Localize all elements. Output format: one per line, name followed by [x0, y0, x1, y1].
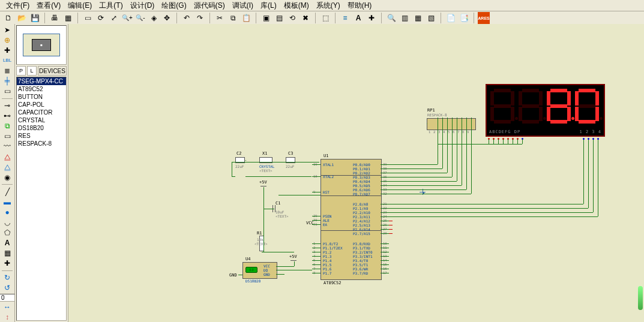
library-button[interactable]: L	[27, 66, 37, 76]
wire-label-icon[interactable]: LBL	[1, 56, 14, 65]
rotate-ccw-icon[interactable]: ↺	[1, 284, 14, 293]
zoom-fit-icon[interactable]: ⤢	[108, 12, 120, 24]
save-file-icon[interactable]: 💾	[29, 12, 41, 24]
wire-style-icon[interactable]: ≡	[339, 12, 351, 24]
search-part-icon[interactable]: 🔍	[385, 12, 397, 24]
symbol-icon[interactable]: ▦	[1, 249, 14, 258]
pick-device-button[interactable]: P	[16, 66, 26, 76]
pin-label: P1.1/T2EX	[323, 246, 343, 250]
device-item[interactable]: CRYSTAL	[17, 116, 66, 124]
mirror-h-icon[interactable]: ↔	[1, 303, 14, 312]
makedevice-icon[interactable]: ▦	[412, 12, 424, 24]
menu-edit[interactable]: 编辑(E)	[64, 1, 95, 11]
block-delete-icon[interactable]: ✖	[299, 12, 311, 24]
probe-v-icon[interactable]: ⧋	[1, 152, 14, 161]
seven-seg-display[interactable]: ABCDEFG DP 1 2 3 4	[486, 84, 605, 137]
cut-icon[interactable]: ✂	[214, 12, 226, 24]
device-item[interactable]: CAPACITOR	[17, 109, 66, 116]
overview-window[interactable]: ■	[16, 25, 67, 65]
arc-icon[interactable]: ◡	[1, 218, 14, 227]
area-icon[interactable]: ▦	[62, 12, 74, 24]
decompose-icon[interactable]: ▧	[425, 12, 437, 24]
menu-debug[interactable]: 调试(I)	[229, 1, 257, 11]
wire	[312, 164, 320, 165]
redo-icon[interactable]: ↷	[194, 12, 206, 24]
zoom-in-icon[interactable]: 🔍+	[121, 12, 133, 24]
marker-icon[interactable]: ✚	[1, 259, 14, 268]
zoom-all-icon[interactable]: ◈	[148, 12, 160, 24]
zoom-out-icon[interactable]: 🔍-	[134, 12, 146, 24]
bom-icon[interactable]: 📑	[458, 12, 470, 24]
undo-icon[interactable]: ↶	[181, 12, 193, 24]
menu-source[interactable]: 源代码(S)	[190, 1, 229, 11]
schematic-canvas[interactable]: U1 AT89C52 RP1 RESPACK-8 ABCDEFG DP 1 2 …	[68, 24, 644, 322]
block-rotate-icon[interactable]: ⟲	[286, 12, 298, 24]
ares-icon[interactable]: ARES	[478, 12, 490, 24]
device-item[interactable]: CAP-POL	[17, 101, 66, 109]
device-item[interactable]: BUTTON	[17, 93, 66, 101]
page-icon[interactable]: ▭	[82, 12, 94, 24]
pin-label: 3	[438, 130, 440, 134]
paste-icon[interactable]: 📋	[240, 12, 252, 24]
mirror-v-icon[interactable]: ↕	[1, 313, 14, 322]
device-item[interactable]: 7SEG-MPX4-CC	[17, 77, 66, 85]
wire	[238, 275, 242, 275]
pick-icon[interactable]: ⬚	[319, 12, 331, 24]
device-item[interactable]: RESPACK-8	[17, 140, 66, 148]
selection-mode-icon[interactable]: ➤	[1, 25, 14, 34]
junction-icon[interactable]: ✚	[366, 12, 378, 24]
pin-label: RST	[323, 190, 330, 194]
graph-icon[interactable]: ⧉	[1, 122, 14, 131]
pan-icon[interactable]: ✥	[161, 12, 173, 24]
menu-help[interactable]: 帮助(H)	[344, 1, 376, 11]
device-item[interactable]: DS18B20	[17, 124, 66, 132]
text-script-icon[interactable]: ≣	[1, 66, 14, 75]
r1-ref: R1	[257, 231, 262, 236]
probe-i-icon[interactable]: ⧋	[1, 162, 14, 171]
component-mode-icon[interactable]: ⊕	[1, 35, 14, 44]
block-move-icon[interactable]: ▤	[273, 12, 285, 24]
open-file-icon[interactable]: 📂	[16, 12, 28, 24]
wire	[278, 195, 320, 195]
menu-template[interactable]: 模板(M)	[280, 1, 313, 11]
block-copy-icon[interactable]: ▣	[260, 12, 272, 24]
rotate-cw-icon[interactable]: ↻	[1, 273, 14, 282]
new-file-icon[interactable]: 🗋	[2, 12, 14, 24]
text-style-icon[interactable]: A	[352, 12, 364, 24]
subcircuit-icon[interactable]: ▭	[1, 87, 14, 96]
terminal-icon[interactable]: ⊸	[1, 101, 14, 110]
pin-label: 7	[457, 130, 459, 134]
package-icon[interactable]: ▥	[399, 12, 411, 24]
print-icon[interactable]: 🖶	[49, 12, 61, 24]
c1-text: <TEXT>	[275, 214, 289, 218]
vertical-scrollbar[interactable]	[638, 96, 643, 310]
junction-dot-icon[interactable]: ✚	[1, 46, 14, 55]
menu-tools[interactable]: 工具(T)	[95, 1, 126, 11]
bus-icon[interactable]: ╪	[1, 77, 14, 86]
line-icon[interactable]: ╱	[1, 187, 14, 196]
text-icon[interactable]: A	[1, 239, 14, 248]
devices-list[interactable]: 7SEG-MPX4-CCAT89C52BUTTONCAP-POLCAPACITO…	[16, 77, 67, 321]
menu-graph[interactable]: 绘图(G)	[158, 1, 190, 11]
device-item[interactable]: AT89C52	[17, 85, 66, 93]
menu-design[interactable]: 设计(D)	[127, 1, 158, 11]
menu-system[interactable]: 系统(Y)	[313, 1, 344, 11]
device-pin-icon[interactable]: ⊷	[1, 112, 14, 121]
poly-icon[interactable]: ⬠	[1, 228, 14, 237]
wire	[381, 221, 389, 221]
refresh-icon[interactable]: ⟳	[95, 12, 107, 24]
menu-file[interactable]: 文件(F)	[2, 1, 33, 11]
respack[interactable]	[427, 118, 476, 130]
menu-lib[interactable]: 库(L)	[257, 1, 280, 11]
menu-view[interactable]: 查看(V)	[33, 1, 64, 11]
report-icon[interactable]: 📄	[445, 12, 457, 24]
box-icon[interactable]: ▬	[1, 197, 14, 206]
tape-icon[interactable]: ▭	[1, 132, 14, 141]
wire	[312, 269, 320, 269]
generator-icon[interactable]: 〰	[1, 142, 14, 151]
instrument-icon[interactable]: ◉	[1, 173, 14, 182]
copy-icon[interactable]: ⧉	[227, 12, 239, 24]
rotation-input[interactable]: 0	[0, 294, 15, 302]
device-item[interactable]: RES	[17, 132, 66, 140]
circle-icon[interactable]: ●	[1, 207, 14, 216]
